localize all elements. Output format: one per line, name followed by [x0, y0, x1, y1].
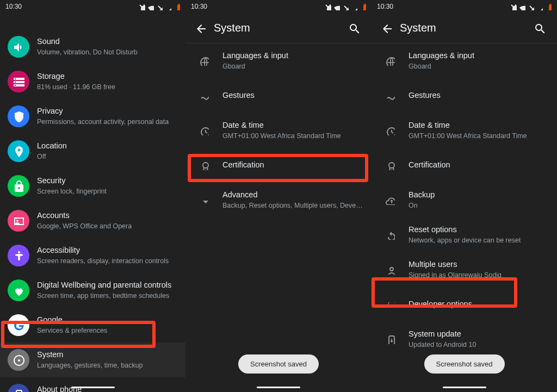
item-system[interactable]: SystemLanguages, gestures, time, backup: [0, 343, 185, 377]
item-title: Sound: [37, 36, 138, 47]
accounts-icon: [8, 210, 29, 232]
item-title: Gestures: [409, 90, 441, 101]
item-location[interactable]: LocationOff: [0, 134, 185, 169]
globe-icon: [193, 50, 215, 72]
person-icon: [379, 259, 401, 281]
item-title: Accessibility: [37, 245, 169, 256]
item-google[interactable]: GoogleServices & preferences: [0, 308, 185, 343]
search-button[interactable]: [341, 15, 367, 41]
item-privacy[interactable]: PrivacyPermissions, account activity, pe…: [0, 99, 185, 134]
item-sub: Screen lock, fingerprint: [37, 187, 107, 196]
item-sub: 81% used · 11.96 GB free: [37, 83, 115, 92]
item-datetime[interactable]: Date & timeGMT+01:00 West Africa Standar…: [372, 113, 557, 148]
item-sub: Languages, gestures, time, backup: [37, 361, 143, 370]
item-datetime[interactable]: Date & timeGMT+01:00 West Africa Standar…: [185, 113, 372, 148]
item-accessibility[interactable]: AccessibilityScreen readers, display, in…: [0, 238, 185, 273]
clock-icon: [193, 120, 215, 141]
toast-screenshot: Screenshot saved: [424, 354, 504, 374]
item-title: Location: [37, 141, 67, 152]
item-title: Developer options: [409, 299, 472, 310]
cloud-up-icon: [379, 189, 401, 211]
app-bar: System: [185, 13, 372, 43]
item-languages[interactable]: Languages & inputGboard: [372, 43, 557, 78]
settings-list[interactable]: SoundVolume, vibration, Do Not Disturb S…: [0, 13, 185, 392]
no-sim-icon: [527, 3, 534, 10]
sound-icon: [8, 36, 29, 58]
system-icon: [8, 349, 29, 371]
back-button[interactable]: [374, 15, 400, 41]
item-title: Reset options: [409, 225, 521, 235]
item-title: Backup: [409, 190, 435, 201]
item-gestures[interactable]: Gestures: [185, 78, 372, 113]
status-icons: [138, 3, 180, 10]
nav-bar[interactable]: [185, 382, 372, 392]
item-sub: GMT+01:00 West Africa Standard Time: [222, 132, 341, 141]
item-developer[interactable]: Developer options: [372, 287, 557, 322]
gesture-icon: [379, 85, 401, 107]
item-sub: Volume, vibration, Do Not Disturb: [37, 48, 138, 57]
item-storage[interactable]: Storage81% used · 11.96 GB free: [0, 64, 185, 99]
status-bar: 10:30: [185, 0, 372, 13]
item-wellbeing[interactable]: Digital Wellbeing and parental controlsS…: [0, 273, 185, 308]
item-sub: Updated to Android 10: [409, 340, 476, 350]
item-system-update[interactable]: System updateUpdated to Android 10: [372, 322, 557, 357]
item-backup[interactable]: BackupOn: [372, 183, 557, 217]
battery-icon: [358, 3, 366, 10]
item-certification[interactable]: Certification: [185, 148, 372, 183]
item-certification[interactable]: Certification: [372, 148, 557, 183]
wifi-icon: [518, 3, 525, 10]
item-title: System update: [409, 329, 476, 340]
item-advanced[interactable]: AdvancedBackup, Reset options, Multiple …: [185, 183, 372, 217]
item-title: Certification: [222, 160, 264, 171]
item-title: Privacy: [37, 106, 169, 117]
item-languages[interactable]: Languages & inputGboard: [185, 43, 372, 78]
item-title: Security: [37, 176, 107, 186]
signal-icon: [164, 3, 171, 10]
item-gestures[interactable]: Gestures: [372, 78, 557, 113]
item-accounts[interactable]: AccountsGoogle, WPS Office and Opera: [0, 203, 185, 238]
system-pane-collapsed: 10:30 System Languages & inputGboard Ges…: [185, 0, 372, 392]
google-icon: [8, 314, 29, 336]
location-icon: [8, 140, 29, 162]
item-reset[interactable]: Reset optionsNetwork, apps or device can…: [372, 217, 557, 252]
page-title: System: [400, 22, 527, 34]
item-sub: On: [409, 201, 435, 210]
status-bar: 10:30: [0, 0, 185, 13]
item-sub: Screen time, app timers, bedtime schedul…: [37, 291, 171, 301]
phone-down-icon: [379, 328, 401, 350]
ribbon-icon: [379, 154, 401, 176]
braces-icon: [379, 294, 401, 315]
search-icon: [534, 22, 546, 34]
globe-icon: [379, 50, 401, 72]
page-title: System: [214, 22, 341, 34]
item-title: Google: [37, 315, 107, 326]
item-security[interactable]: SecurityScreen lock, fingerprint: [0, 169, 185, 203]
security-icon: [8, 175, 29, 197]
back-button[interactable]: [188, 15, 214, 41]
nav-bar[interactable]: [372, 382, 557, 392]
item-sub: Off: [37, 152, 67, 161]
toast-screenshot: Screenshot saved: [238, 354, 319, 374]
nav-bar[interactable]: [0, 382, 185, 392]
dnd-off-icon: [509, 3, 517, 10]
battery-icon: [544, 3, 552, 10]
item-title: Date & time: [409, 120, 527, 131]
item-sub: Services & preferences: [37, 326, 107, 335]
system-list[interactable]: Languages & inputGboard Gestures Date & …: [185, 43, 372, 392]
status-icons: [509, 3, 552, 10]
back-icon: [381, 22, 393, 34]
status-bar: 10:30: [372, 0, 557, 13]
item-sub: Google, WPS Office and Opera: [37, 222, 132, 231]
status-time: 10:30: [5, 3, 22, 10]
storage-icon: [8, 71, 29, 92]
item-users[interactable]: Multiple usersSigned in as Olanrewaju So…: [372, 252, 557, 287]
item-sound[interactable]: SoundVolume, vibration, Do Not Disturb: [0, 29, 185, 64]
battery-icon: [172, 3, 180, 10]
no-sim-icon: [155, 3, 163, 10]
item-title: Digital Wellbeing and parental controls: [37, 280, 171, 291]
wifi-icon: [332, 3, 340, 10]
clock-icon: [379, 120, 401, 141]
item-title: System: [37, 350, 143, 360]
search-button[interactable]: [527, 15, 553, 41]
system-list-expanded[interactable]: Languages & inputGboard Gestures Date & …: [372, 43, 557, 392]
